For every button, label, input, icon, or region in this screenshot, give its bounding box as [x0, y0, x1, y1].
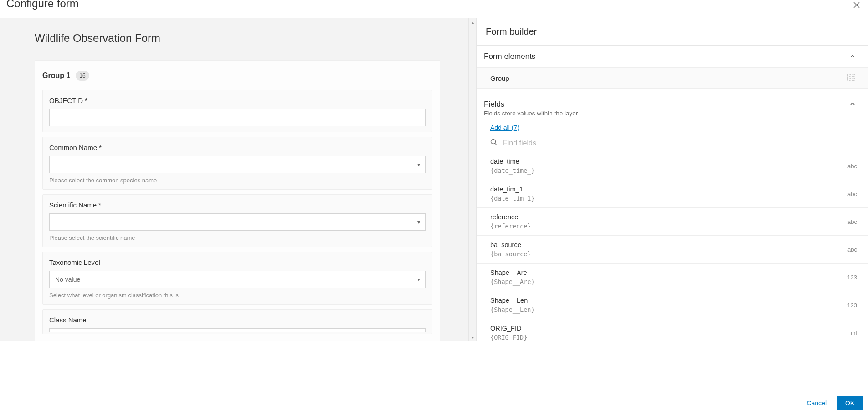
form-builder-panel: Form builder Form elements Group: [476, 18, 868, 341]
field-label: Common Name *: [49, 144, 426, 151]
form-elements-label: Form elements: [484, 52, 535, 61]
field-type-badge: 123: [847, 302, 857, 309]
form-title: Wildlife Observation Form: [35, 32, 441, 45]
fields-search-row: [477, 136, 868, 152]
field-class-name[interactable]: Class Name: [42, 309, 432, 334]
field-item-name: ORIG_FID: [490, 325, 527, 332]
fields-list: date_time_{date_time_}abcdate_tim_1{date…: [477, 152, 868, 341]
field-item-name: Shape__Are: [490, 269, 535, 276]
svg-rect-2: [847, 79, 855, 80]
field-common-name[interactable]: Common Name * ▾ Please select the common…: [42, 137, 432, 190]
field-item-name: reference: [490, 213, 531, 221]
close-icon: [853, 1, 860, 9]
field-list-item[interactable]: reference{reference}abc: [477, 207, 868, 235]
svg-rect-0: [847, 75, 855, 76]
class-name-select[interactable]: [49, 328, 426, 332]
group-name: Group 1: [42, 72, 70, 80]
form-builder-body[interactable]: Form elements Group Fields: [477, 46, 868, 341]
scroll-down-arrow-icon[interactable]: ▾: [469, 334, 476, 341]
svg-point-3: [491, 140, 496, 144]
field-item-name: ba_source: [490, 241, 531, 248]
common-name-select[interactable]: [49, 156, 426, 173]
scroll-up-arrow-icon[interactable]: ▴: [469, 18, 476, 26]
search-icon: [490, 139, 498, 147]
field-taxonomic-level[interactable]: Taxonomic Level No value ▾ Select what l…: [42, 252, 432, 305]
field-item-name: date_tim_1: [490, 186, 535, 193]
field-list-item[interactable]: date_time_{date_time_}abc: [477, 152, 868, 180]
dialog-body: Wildlife Observation Form Group 1 16 OBJ…: [0, 18, 868, 341]
field-type-badge: abc: [847, 246, 857, 253]
field-list-item[interactable]: date_tim_1{date_tim_1}abc: [477, 180, 868, 207]
tax-level-select[interactable]: No value: [49, 271, 426, 288]
field-helper: Please select the common species name: [49, 177, 426, 184]
field-helper: Please select the scientific name: [49, 234, 426, 241]
field-helper: Select what level or organism classifica…: [49, 292, 426, 299]
objectid-input[interactable]: [49, 109, 426, 126]
field-type-badge: int: [851, 330, 857, 336]
field-objectid[interactable]: OBJECTID *: [42, 90, 432, 132]
form-canvas[interactable]: Wildlife Observation Form Group 1 16 OBJ…: [0, 18, 468, 341]
fields-search-input[interactable]: [503, 139, 861, 147]
field-list-item[interactable]: Shape__Are{Shape__Are}123: [477, 263, 868, 291]
field-item-alias: {Shape__Are}: [490, 278, 535, 285]
group-header[interactable]: Group 1 16: [35, 61, 440, 85]
field-scientific-name[interactable]: Scientific Name * ▾ Please select the sc…: [42, 194, 432, 247]
fields-section-subtitle: Fields store values within the layer: [477, 110, 868, 119]
chevron-up-icon: [850, 52, 855, 61]
field-item-alias: {Shape__Len}: [490, 306, 535, 313]
canvas-scrollbar[interactable]: ▴ ▾: [468, 18, 476, 341]
field-item-name: Shape__Len: [490, 297, 535, 304]
dialog-title: Configure form: [6, 0, 79, 9]
group-icon: [847, 74, 855, 82]
fields-section-header[interactable]: Fields: [477, 93, 868, 110]
field-list-item[interactable]: ba_source{ba_source}abc: [477, 235, 868, 263]
group-count-badge: 16: [76, 71, 89, 81]
form-canvas-wrapper: Wildlife Observation Form Group 1 16 OBJ…: [0, 18, 476, 341]
svg-rect-1: [847, 77, 855, 78]
field-item-alias: {date_time_}: [490, 167, 535, 174]
sci-name-select[interactable]: [49, 213, 426, 231]
form-element-group[interactable]: Group: [477, 67, 868, 89]
field-type-badge: abc: [847, 218, 857, 225]
form-element-group-label: Group: [490, 74, 509, 82]
field-list-item[interactable]: Shape__Len{Shape__Len}123: [477, 291, 868, 319]
chevron-up-icon: [850, 101, 855, 108]
group-card[interactable]: Group 1 16 OBJECTID * Common Name * ▾: [35, 60, 440, 341]
field-label: Scientific Name *: [49, 201, 426, 209]
field-label: Class Name: [49, 316, 426, 324]
field-type-badge: 123: [847, 274, 857, 281]
form-elements-section-header[interactable]: Form elements: [477, 46, 868, 67]
field-item-alias: {ba_source}: [490, 250, 531, 258]
ok-button[interactable]: OK: [837, 396, 863, 410]
field-label: Taxonomic Level: [49, 259, 426, 266]
field-label: OBJECTID *: [49, 97, 426, 104]
field-type-badge: abc: [847, 163, 857, 170]
field-item-alias: {reference}: [490, 223, 531, 230]
add-all-link[interactable]: Add all (7): [477, 119, 527, 136]
dialog-footer: Cancel OK: [0, 393, 868, 414]
field-item-alias: {date_tim_1}: [490, 195, 535, 202]
field-list-item[interactable]: ORIG_FID{ORIG_FID}int: [477, 319, 868, 341]
dialog-header: Configure form: [0, 0, 868, 18]
cancel-button[interactable]: Cancel: [800, 396, 833, 410]
field-item-name: date_time_: [490, 158, 535, 165]
close-button[interactable]: [852, 0, 862, 10]
field-item-alias: {ORIG_FID}: [490, 334, 527, 341]
fields-section-title: Fields: [484, 100, 504, 109]
select-placeholder: No value: [55, 276, 80, 283]
field-type-badge: abc: [847, 191, 857, 197]
form-builder-title: Form builder: [477, 18, 868, 46]
